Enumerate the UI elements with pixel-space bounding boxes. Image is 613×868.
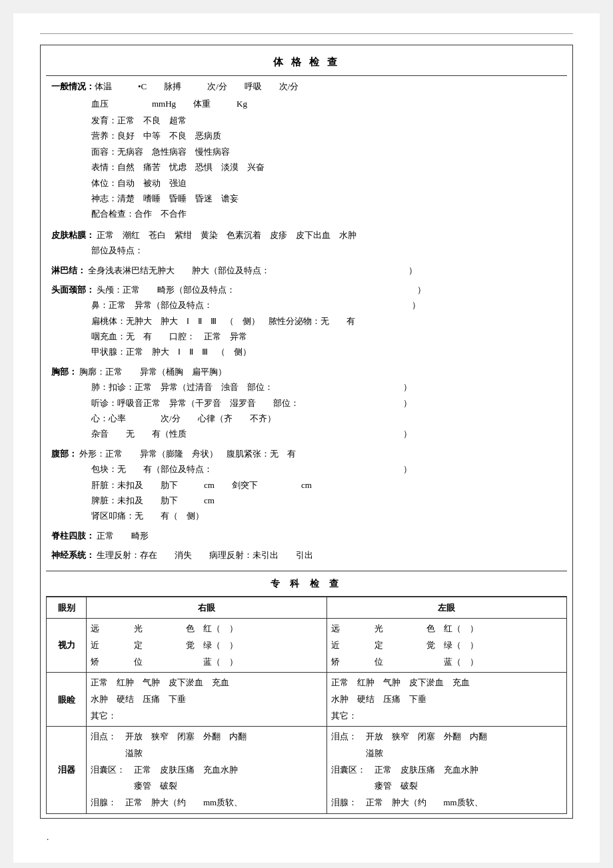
- chest-heart-rate: 心：心率 次/分 心律（齐 不齐）: [51, 411, 562, 426]
- eye-col-label: 眼别: [47, 597, 87, 618]
- vision-right: 远 光 色 红（ ） 近 定 觉 绿（ ） 矫 位 蓝（ ）: [87, 619, 327, 673]
- skin-label: 皮肤粘膜：: [51, 230, 95, 240]
- neuro-content: 生理反射：存在 消失 病理反射：未引出 引出: [97, 550, 313, 560]
- lacrimal-right: 泪点： 开放 狭窄 闭塞 外翻 内翻 溢脓 泪囊区： 正常 皮肤压痛 充血水肿 …: [87, 727, 327, 813]
- chest-label: 胸部：: [51, 367, 77, 377]
- general-consciousness: 神志：清楚 嗜睡 昏睡 昏迷 谵妄: [51, 191, 562, 206]
- abdomen-spleen: 脾脏：未扣及 肋下 cm: [51, 493, 562, 508]
- eyelid-left: 正常 红肿 气肿 皮下淤血 充血 水肿 硬结 压痛 下垂 其它：: [326, 673, 567, 727]
- footer-dot: .: [40, 832, 573, 843]
- abdomen-shape: 外形：正常 异常（膨隆 舟状） 腹肌紧张：无 有: [79, 449, 296, 459]
- skin-row1: 皮肤粘膜： 正常 潮红 苍白 紫绀 黄染 色素沉着 皮疹 皮下出血 水肿: [51, 227, 562, 243]
- neuro-section: 神经系统： 生理反射：存在 消失 病理反射：未引出 引出: [46, 545, 567, 565]
- neuro-label: 神经系统：: [51, 550, 95, 560]
- eyelid-right: 正常 红肿 气肿 皮下淤血 充血 水肿 硬结 压痛 下垂 其它：: [87, 673, 327, 727]
- spine-label: 脊柱四肢：: [51, 531, 95, 541]
- abdomen-mass: 包块：无 有（部位及特点： ）: [51, 461, 562, 477]
- head-tonsil: 扁桃体：无肿大 肿大 Ⅰ Ⅱ Ⅲ （ 侧） 脓性分泌物：无 有: [51, 313, 562, 329]
- lacrimal-label: 泪器: [47, 727, 87, 813]
- abdomen-liver: 肝脏：未扣及 肋下 cm 剑突下 cm: [51, 477, 562, 493]
- title-row: 体 格 检 查 一般情况： 体温 •C 脉搏 次/分 呼吸 次/分 血压 mmH…: [41, 45, 573, 819]
- eyelid-label: 眼睑: [47, 673, 87, 727]
- vision-row: 视力 远 光 色 红（ ） 近 定 觉 绿（ ） 矫 位 蓝（ ） 远 光 色 …: [47, 619, 567, 673]
- head-nose: 鼻：正常 异常（部位及特点： ）: [51, 297, 562, 313]
- chest-murmur: 杂音 无 有（性质 ）: [51, 426, 562, 441]
- general-dev: 发育：正常 不良 超常: [51, 113, 562, 128]
- general-row1: 一般情况： 体温 •C 脉搏 次/分 呼吸 次/分: [51, 78, 562, 95]
- general-section: 一般情况： 体温 •C 脉搏 次/分 呼吸 次/分 血压 mmHg 体重 Kg …: [46, 76, 567, 224]
- abdomen-label: 腹部：: [51, 449, 77, 459]
- eye-col-left: 左眼: [326, 597, 567, 618]
- eyelid-row: 眼睑 正常 红肿 气肿 皮下淤血 充血 水肿 硬结 压痛 下垂 其它： 正常 红…: [47, 673, 567, 727]
- specialist-title: 专 科 检 查: [46, 571, 567, 597]
- eye-specialty-table: 眼别 右眼 左眼 视力 远 光 色 红（ ） 近 定 觉 绿（ ）: [46, 597, 567, 814]
- top-divider: [40, 33, 573, 34]
- skin-section: 皮肤粘膜： 正常 潮红 苍白 紫绀 黄染 色素沉着 皮疹 皮下出血 水肿 部位及…: [46, 225, 567, 261]
- skin-row2: 部位及特点：: [51, 243, 562, 258]
- footer-dot-text: .: [47, 832, 49, 842]
- eye-header: 眼别 右眼 左眼: [47, 597, 567, 618]
- vision-left: 远 光 色 红（ ） 近 定 觉 绿（ ） 矫 位 蓝（ ）: [326, 619, 567, 673]
- exam-title: 体 格 检 查: [46, 49, 567, 76]
- page: 体 格 检 查 一般情况： 体温 •C 脉搏 次/分 呼吸 次/分 血压 mmH…: [13, 13, 600, 863]
- general-expression: 表情：自然 痛苦 忧虑 恐惧 淡漠 兴奋: [51, 159, 562, 175]
- head-label: 头面颈部：: [51, 285, 95, 295]
- lymph-section: 淋巴结： 全身浅表淋巴结无肿大 肿大（部位及特点： ）: [46, 261, 567, 280]
- chest-thorax: 胸廓：正常 异常（桶胸 扁平胸）: [79, 367, 227, 377]
- spine-section: 脊柱四肢： 正常 畸形: [46, 526, 567, 545]
- head-row1: 头颅：正常 畸形（部位及特点： ）: [97, 285, 426, 295]
- general-posture: 体位：自动 被动 强迫: [51, 175, 562, 191]
- head-section: 头面颈部： 头颅：正常 畸形（部位及特点： ） 鼻：正常 异常（部位及特点： ）…: [46, 280, 567, 362]
- lymph-label: 淋巴结：: [51, 265, 86, 275]
- general-face: 面容：无病容 急性病容 慢性病容: [51, 144, 562, 159]
- chest-section: 胸部： 胸廓：正常 异常（桶胸 扁平胸） 肺：扣诊：正常 异常（过清音 浊音 部…: [46, 362, 567, 444]
- general-temp: 体温 •C 脉搏 次/分 呼吸 次/分: [95, 78, 299, 95]
- chest-lung-auscultation: 听诊：呼吸音正常 异常（干罗音 湿罗音 部位： ）: [51, 395, 562, 411]
- spine-content: 正常 畸形: [97, 531, 149, 541]
- eye-col-right: 右眼: [87, 597, 327, 618]
- general-nutrition: 营养：良好 中等 不良 恶病质: [51, 128, 562, 143]
- lacrimal-left: 泪点： 开放 狭窄 闭塞 外翻 内翻 溢脓 泪囊区： 正常 皮肤压痛 充血水肿 …: [326, 727, 567, 813]
- general-label: 一般情况：: [51, 78, 95, 95]
- head-pharynx: 咽充血：无 有 口腔： 正常 异常: [51, 329, 562, 344]
- skin-content: 正常 潮红 苍白 紫绀 黄染 色素沉着 皮疹 皮下出血 水肿: [97, 230, 356, 240]
- lacrimal-row: 泪器 泪点： 开放 狭窄 闭塞 外翻 内翻 溢脓 泪囊区： 正常 皮肤压痛 充血…: [47, 727, 567, 813]
- vision-label: 视力: [47, 619, 87, 673]
- abdomen-section: 腹部： 外形：正常 异常（膨隆 舟状） 腹肌紧张：无 有 包块：无 有（部位及特…: [46, 444, 567, 526]
- physical-exam-table: 体 格 检 查 一般情况： 体温 •C 脉搏 次/分 呼吸 次/分 血压 mmH…: [40, 45, 573, 819]
- abdomen-kidney: 肾区叩痛：无 有（ 侧）: [51, 508, 562, 523]
- lymph-content: 全身浅表淋巴结无肿大 肿大（部位及特点： ）: [88, 265, 417, 275]
- head-thyroid: 甲状腺：正常 肿大 Ⅰ Ⅱ Ⅲ （ 侧）: [51, 344, 562, 359]
- chest-lung-percussion: 肺：扣诊：正常 异常（过清音 浊音 部位： ）: [51, 379, 562, 395]
- general-cooperation: 配合检查：合作 不合作: [51, 206, 562, 221]
- general-bp: 血压 mmHg 体重 Kg: [51, 95, 562, 113]
